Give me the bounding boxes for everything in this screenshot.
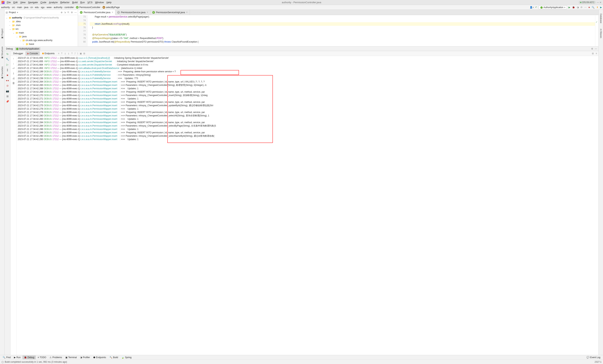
breadcrumb-method[interactable]: m selectByPage bbox=[103, 6, 120, 9]
close-button[interactable]: ✕ bbox=[600, 1, 602, 4]
expand-icon[interactable]: ⇲ bbox=[64, 11, 66, 14]
locate-icon[interactable]: ⊕ bbox=[61, 11, 63, 14]
breadcrumb-item[interactable]: sgu bbox=[41, 6, 45, 9]
breadcrumb-item[interactable]: src bbox=[12, 6, 15, 9]
debug-tab-endpoints[interactable]: ⬢ Endpoints bbox=[40, 51, 57, 56]
bottom-tab-profiler[interactable]: ◑Profiler bbox=[79, 355, 91, 359]
settings-icon[interactable]: ⚙ bbox=[71, 11, 73, 14]
tree-root[interactable]: ⌄📁authorityD:\program\IdeaProjects\autho… bbox=[4, 16, 78, 20]
menu-file[interactable]: File bbox=[7, 1, 11, 4]
breadcrumb-item[interactable]: edu bbox=[35, 6, 39, 9]
coverage-button[interactable]: ◑ bbox=[577, 6, 579, 9]
modify-run-icon[interactable]: 🔧 bbox=[6, 58, 9, 61]
breadcrumb-item[interactable]: authority bbox=[54, 6, 62, 9]
breadcrumb-item[interactable]: www bbox=[47, 6, 52, 9]
debug-toolbar-icon[interactable]: ≡ bbox=[58, 52, 59, 55]
debug-tab-debugger[interactable]: Debugger bbox=[11, 51, 25, 56]
debug-button[interactable]: 🐞 bbox=[572, 6, 575, 9]
debug-toolbar-icon[interactable]: ▣ bbox=[80, 52, 82, 55]
camera-icon[interactable]: 📷 bbox=[6, 90, 9, 92]
run-configuration-selector[interactable]: ⬤ AuthorityApplication ▾ bbox=[539, 5, 567, 9]
debug-settings-icon[interactable]: ⚙ bbox=[591, 47, 593, 50]
stop-button[interactable]: ■ bbox=[589, 6, 590, 9]
rerun-icon[interactable]: ↻ bbox=[6, 53, 9, 56]
menu-window[interactable]: Window bbox=[95, 1, 104, 4]
menu-refactor[interactable]: Refactor bbox=[60, 1, 70, 4]
clear-icon[interactable]: 🗑 bbox=[12, 81, 15, 85]
ide-features-icon[interactable]: ▶ bbox=[600, 6, 602, 9]
close-tab-icon[interactable]: ✕ bbox=[186, 11, 188, 13]
tree-node[interactable]: ⌄📁java bbox=[4, 35, 78, 38]
editor-tab[interactable]: CPermissionServiceImpl.java✕ bbox=[150, 10, 190, 15]
tree-node[interactable]: ⌄📁src bbox=[4, 27, 78, 31]
attach-button[interactable]: ⋯ bbox=[584, 6, 587, 9]
hide-icon[interactable]: — bbox=[74, 11, 77, 14]
close-tab-icon[interactable]: ✕ bbox=[147, 11, 148, 13]
debug-console[interactable]: 2023-07-21 17:34:41.655 INFO 17212 --- [… bbox=[17, 56, 599, 355]
menu-view[interactable]: View bbox=[20, 1, 25, 4]
bottom-tab-build[interactable]: 🔨Build bbox=[108, 355, 120, 359]
tree-node[interactable]: ⌄📁cn.edu.sgu.www.authority bbox=[4, 38, 78, 42]
run-button[interactable]: ▶ bbox=[568, 6, 570, 9]
close-tab-icon[interactable]: ✕ bbox=[112, 11, 113, 13]
debug-tab-console[interactable]: ▶ Console bbox=[25, 51, 40, 56]
breadcrumb-item[interactable]: controller bbox=[64, 6, 74, 9]
print-icon[interactable]: 🖨 bbox=[12, 77, 15, 80]
up-icon[interactable]: ↑ bbox=[13, 57, 14, 60]
layout-icon[interactable]: ⊞ bbox=[6, 95, 9, 98]
menu-code[interactable]: Code bbox=[41, 1, 46, 4]
debug-toolbar-icon[interactable]: ⤵ bbox=[77, 52, 78, 55]
user-icon[interactable]: 👤▾ bbox=[530, 6, 534, 9]
down-icon[interactable]: ↓ bbox=[13, 62, 14, 65]
right-tab[interactable]: Database bbox=[600, 13, 602, 23]
bottom-tab-run[interactable]: ▶Run bbox=[12, 355, 22, 359]
menu-edit[interactable]: Edit bbox=[13, 1, 18, 4]
tree-node[interactable]: ›📁base bbox=[4, 42, 78, 46]
breadcrumb-item[interactable]: main bbox=[17, 6, 22, 9]
debug-toolbar-icon[interactable]: ⤒ bbox=[61, 52, 63, 55]
sync-icon[interactable]: ⬆ bbox=[596, 6, 598, 9]
menu-analyze[interactable]: Analyze bbox=[49, 1, 58, 4]
bottom-tab-spring[interactable]: 🍃Spring bbox=[120, 355, 133, 359]
debug-toolbar-icon[interactable]: ⤓ bbox=[68, 52, 70, 55]
event-log-tab[interactable]: 💬Event Log bbox=[585, 355, 602, 359]
left-tab-project[interactable]: ▣ Project bbox=[1, 29, 4, 39]
scroll-icon[interactable]: ⤓ bbox=[12, 72, 15, 75]
editor-tab[interactable]: IPermissionService.java✕ bbox=[115, 10, 150, 15]
debug-toolbar-icon[interactable]: ⤴ bbox=[74, 52, 76, 55]
debug-toolbar-icon[interactable]: ⤒ bbox=[71, 52, 73, 55]
pause-icon[interactable]: ‖ bbox=[7, 68, 8, 71]
menu-build[interactable]: Build bbox=[72, 1, 78, 4]
mute-breakpoints-icon[interactable]: ⊘ bbox=[6, 84, 9, 87]
debug-hide-icon[interactable]: — bbox=[595, 47, 597, 50]
bottom-tab-todo[interactable]: ≡TODO bbox=[36, 355, 48, 359]
menu-help[interactable]: Help bbox=[106, 1, 112, 4]
menu-vcs[interactable]: VCS bbox=[87, 1, 93, 4]
bottom-tab-terminal[interactable]: ▣Terminal bbox=[64, 355, 78, 359]
bottom-tab-find[interactable]: 🔍Find bbox=[1, 355, 12, 359]
profile-button[interactable]: ⟳ bbox=[580, 6, 582, 9]
tree-node[interactable]: ›📁.mvn bbox=[4, 23, 78, 27]
tree-node[interactable]: ›📁.idea bbox=[4, 20, 78, 23]
list-icon[interactable]: ≡ bbox=[596, 52, 597, 55]
bottom-tab-debug[interactable]: 🐞Debug bbox=[23, 355, 36, 359]
breadcrumb-class[interactable]: C PermissionController bbox=[76, 6, 100, 9]
hammer-icon[interactable]: ↶ bbox=[535, 6, 537, 9]
stop-debug-icon[interactable]: ■ bbox=[7, 74, 8, 77]
wrap-icon[interactable]: ⏎ bbox=[12, 67, 15, 70]
bottom-tab-endpoints[interactable]: ⬢Endpoints bbox=[92, 355, 107, 359]
menu-navigate[interactable]: Navigate bbox=[28, 1, 38, 4]
editor-tab[interactable]: CPermissionController.java✕ bbox=[78, 10, 115, 15]
debug-toolbar-icon[interactable]: ⊞ bbox=[83, 52, 85, 55]
left-tab-favorites[interactable]: ▣ Favorites bbox=[1, 67, 4, 79]
menu-run[interactable]: Run bbox=[80, 1, 85, 4]
collapse-icon[interactable]: ⇱ bbox=[68, 11, 69, 14]
code-editor[interactable]: Page result = permissionService.selectBy… bbox=[87, 15, 595, 46]
bottom-tab-problems[interactable]: ⚠Problems bbox=[48, 355, 63, 359]
breadcrumb-item[interactable]: cn bbox=[30, 6, 33, 9]
breakpoints-icon[interactable]: ●● bbox=[6, 79, 9, 82]
tree-node[interactable]: ⌄📁main bbox=[4, 31, 78, 35]
grid-icon[interactable]: ⊞ bbox=[592, 52, 594, 55]
debug-toolbar-icon[interactable]: ⤓ bbox=[64, 52, 66, 55]
debug-target-badge[interactable]: ⬤AuthorityApplication bbox=[15, 47, 40, 50]
